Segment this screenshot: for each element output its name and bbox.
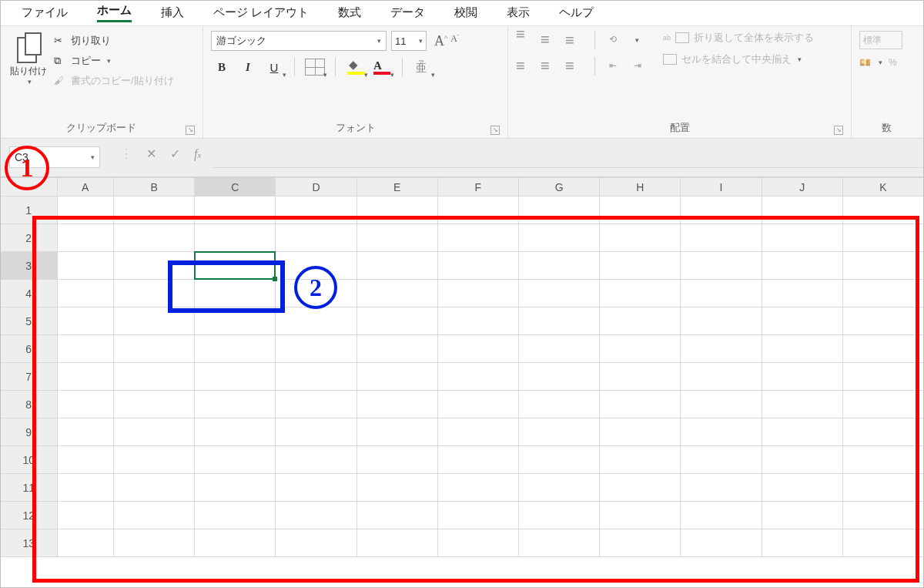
cell[interactable] bbox=[842, 418, 923, 446]
row-header[interactable]: 11 bbox=[1, 474, 58, 502]
cell[interactable] bbox=[57, 391, 113, 418]
cell[interactable] bbox=[57, 418, 113, 446]
cell[interactable] bbox=[681, 474, 762, 502]
cell[interactable] bbox=[57, 197, 113, 224]
cell[interactable] bbox=[518, 363, 599, 391]
cell[interactable] bbox=[600, 391, 681, 418]
font-color-button[interactable]: A ▾ bbox=[371, 57, 393, 77]
row-header[interactable]: 10 bbox=[1, 446, 58, 474]
cell[interactable] bbox=[57, 224, 113, 252]
cell[interactable] bbox=[762, 446, 842, 474]
row-header[interactable]: 3 bbox=[1, 252, 58, 280]
cell[interactable] bbox=[57, 280, 113, 307]
cell[interactable] bbox=[57, 446, 113, 474]
cell[interactable] bbox=[518, 391, 599, 418]
font-size-select[interactable]: 11 ▾ bbox=[391, 31, 427, 51]
cell[interactable] bbox=[195, 502, 276, 529]
name-box[interactable]: C3 ▾ bbox=[9, 146, 100, 168]
cell[interactable] bbox=[762, 474, 842, 502]
cell[interactable] bbox=[600, 307, 681, 335]
cell[interactable] bbox=[357, 280, 437, 307]
cell[interactable] bbox=[195, 280, 276, 307]
select-all-button[interactable] bbox=[1, 178, 58, 197]
cell[interactable] bbox=[437, 418, 518, 446]
cell[interactable] bbox=[113, 446, 194, 474]
cell[interactable] bbox=[600, 474, 681, 502]
cell[interactable] bbox=[842, 307, 923, 335]
col-header[interactable]: F bbox=[437, 178, 518, 197]
cell[interactable] bbox=[357, 502, 437, 529]
cell[interactable] bbox=[357, 446, 437, 474]
percent-button[interactable]: % bbox=[889, 57, 897, 68]
cell[interactable] bbox=[437, 252, 518, 280]
underline-button[interactable]: U▾ bbox=[263, 57, 285, 77]
cell[interactable] bbox=[762, 307, 842, 335]
cell[interactable] bbox=[762, 335, 842, 363]
cell[interactable] bbox=[681, 224, 762, 252]
font-name-select[interactable]: 游ゴシック ▾ bbox=[211, 31, 387, 51]
cell[interactable] bbox=[518, 474, 599, 502]
wrap-text-button[interactable]: ab 折り返して全体を表示する bbox=[663, 31, 814, 45]
cell[interactable] bbox=[195, 307, 276, 335]
cell[interactable] bbox=[113, 391, 194, 418]
decrease-indent-button[interactable] bbox=[609, 60, 624, 72]
dialog-launcher-icon[interactable]: ↘ bbox=[834, 126, 843, 135]
cell[interactable] bbox=[762, 529, 842, 557]
cell[interactable] bbox=[276, 446, 357, 474]
format-painter-button[interactable]: 書式のコピー/貼り付け bbox=[54, 74, 174, 88]
tab-review[interactable]: 校閲 bbox=[447, 1, 485, 25]
cell[interactable] bbox=[437, 197, 518, 224]
cell[interactable] bbox=[842, 224, 923, 252]
cell[interactable] bbox=[357, 363, 437, 391]
row-header[interactable]: 6 bbox=[1, 335, 58, 363]
bold-button[interactable]: B bbox=[211, 57, 233, 77]
currency-button[interactable]: 💴 bbox=[859, 57, 871, 68]
tab-data[interactable]: データ bbox=[383, 1, 433, 25]
cell[interactable] bbox=[600, 418, 681, 446]
italic-button[interactable]: I bbox=[237, 57, 259, 77]
col-header[interactable]: C bbox=[195, 178, 276, 197]
cell[interactable] bbox=[762, 363, 842, 391]
merge-center-button[interactable]: セルを結合して中央揃え ▾ bbox=[663, 52, 814, 66]
cell[interactable] bbox=[276, 307, 357, 335]
formula-bar-input[interactable] bbox=[212, 146, 924, 168]
cell[interactable] bbox=[518, 502, 599, 529]
decrease-font-button[interactable]: Aˇ bbox=[450, 33, 459, 49]
cell[interactable] bbox=[600, 197, 681, 224]
cell[interactable] bbox=[681, 307, 762, 335]
cell[interactable] bbox=[276, 391, 357, 418]
cell[interactable] bbox=[518, 529, 599, 557]
row-header[interactable]: 1 bbox=[1, 197, 58, 224]
cell[interactable] bbox=[762, 197, 842, 224]
cell[interactable] bbox=[518, 335, 599, 363]
cell[interactable] bbox=[57, 252, 113, 280]
col-header[interactable]: D bbox=[276, 178, 357, 197]
row-header[interactable]: 4 bbox=[1, 280, 58, 307]
cell[interactable] bbox=[276, 197, 357, 224]
phonetic-button[interactable]: ▾ bbox=[412, 57, 434, 77]
fill-handle[interactable] bbox=[273, 277, 277, 281]
insert-function-button[interactable]: fx bbox=[194, 147, 201, 161]
cell[interactable] bbox=[113, 474, 194, 502]
cut-button[interactable]: 切り取り bbox=[54, 34, 174, 48]
enter-formula-button[interactable]: ✓ bbox=[170, 146, 180, 161]
cell[interactable] bbox=[842, 335, 923, 363]
tab-page-layout[interactable]: ページ レイアウト bbox=[206, 1, 316, 25]
cell[interactable] bbox=[681, 197, 762, 224]
cell[interactable] bbox=[681, 363, 762, 391]
cell[interactable] bbox=[57, 363, 113, 391]
row-header[interactable]: 12 bbox=[1, 502, 58, 529]
cell[interactable] bbox=[276, 363, 357, 391]
number-format-select[interactable]: 標準 bbox=[859, 31, 902, 49]
cell[interactable] bbox=[195, 363, 276, 391]
tab-view[interactable]: 表示 bbox=[499, 1, 537, 25]
increase-font-button[interactable]: A^ bbox=[434, 33, 447, 49]
cell[interactable] bbox=[57, 502, 113, 529]
cell[interactable] bbox=[113, 280, 194, 307]
cell[interactable] bbox=[842, 391, 923, 418]
col-header[interactable]: G bbox=[518, 178, 599, 197]
cell[interactable] bbox=[681, 391, 762, 418]
cell[interactable] bbox=[276, 418, 357, 446]
cell[interactable] bbox=[113, 224, 194, 252]
cell[interactable] bbox=[113, 335, 194, 363]
